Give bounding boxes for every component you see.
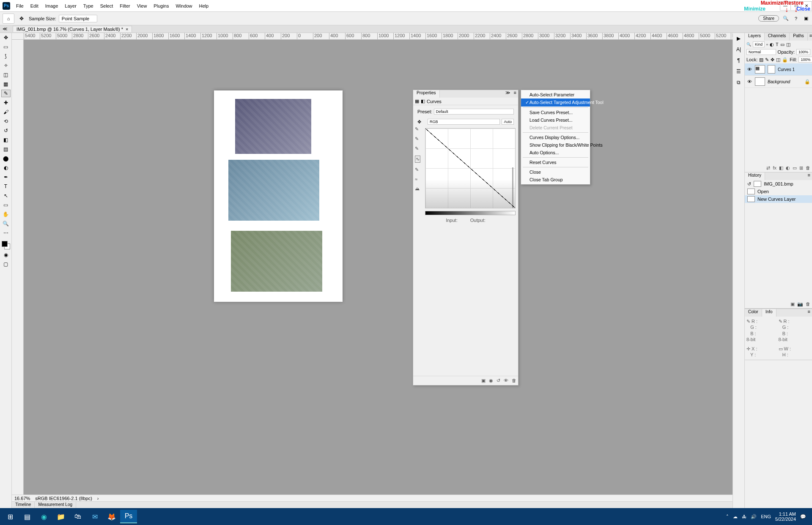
menu-file[interactable]: File	[13, 0, 27, 11]
menu-image[interactable]: Image	[42, 0, 62, 11]
screenmode-icon[interactable]: ▢	[1, 260, 11, 268]
blend-mode-select[interactable]: Normal	[746, 49, 776, 55]
measurement-log-tab[interactable]: Measurement Log	[35, 502, 76, 508]
more-tools-icon[interactable]: ⋯	[1, 229, 11, 237]
eraser-tool-icon[interactable]: ◧	[1, 136, 11, 144]
fx-icon[interactable]: fx	[773, 165, 776, 171]
shape-tool-icon[interactable]: ▭	[1, 201, 11, 209]
menu-plugins[interactable]: Plugins	[150, 0, 172, 11]
trash-icon[interactable]: 🗑	[806, 301, 810, 307]
curve-point-tool-icon[interactable]: ∿	[415, 156, 420, 163]
marquee-tool-icon[interactable]: ▭	[1, 43, 11, 51]
panel-menu-icon[interactable]: ≡	[806, 309, 812, 317]
curves-graph[interactable]	[425, 128, 516, 208]
wand-tool-icon[interactable]: ✧	[1, 62, 11, 69]
visibility-icon[interactable]: 👁	[746, 67, 752, 72]
hand-tool-icon[interactable]: ✋	[1, 211, 11, 218]
network-icon[interactable]: 🖧	[742, 514, 746, 519]
reset-icon[interactable]: ↺	[497, 378, 500, 383]
context-menu-item[interactable]: Show Clipping for Black/White Points	[521, 141, 590, 149]
on-image-tool-icon[interactable]: ✎	[415, 126, 420, 132]
type-tool-icon[interactable]: T	[1, 183, 11, 190]
lock-nest-icon[interactable]: ◫	[776, 57, 780, 63]
onedrive-icon[interactable]: ☁	[733, 514, 738, 520]
edge-icon[interactable]: ◉	[36, 510, 52, 523]
paragraph-panel-icon[interactable]: ¶	[734, 57, 743, 64]
menu-type[interactable]: Type	[80, 0, 97, 11]
layer-row[interactable]: 👁 Background 🔒	[745, 76, 812, 88]
context-menu-item[interactable]: Auto Options...	[521, 149, 590, 156]
task-view-icon[interactable]: ▤	[19, 510, 36, 523]
context-menu-item[interactable]: Load Curves Preset...	[521, 116, 590, 124]
context-menu-item[interactable]: ✓Auto-Select Targeted Adjustment Tool	[521, 98, 590, 107]
document-stage[interactable]: Properties ≫ ≡ ▦ ◧ Curves Preset:	[24, 40, 732, 495]
start-button[interactable]: ⊞	[2, 510, 19, 523]
filter-pixel-icon[interactable]: ▫	[766, 42, 768, 47]
history-tab[interactable]: History	[745, 172, 765, 180]
document-tab[interactable]: IMG_001.bmp @ 16.7% (Curves 1, Layer Mas…	[13, 26, 132, 32]
channels-tab[interactable]: Channels	[765, 33, 790, 41]
menu-window[interactable]: Window	[172, 0, 195, 11]
group-icon[interactable]: ▭	[793, 165, 797, 171]
layer-row[interactable]: 👁 ▦ Curves 1	[745, 63, 812, 76]
heal-tool-icon[interactable]: ✚	[1, 99, 11, 107]
panel-menu-icon[interactable]: ≡	[808, 33, 812, 41]
stamp-tool-icon[interactable]: ⟲	[1, 118, 11, 125]
explorer-icon[interactable]: 📁	[52, 510, 69, 523]
lock-trans-icon[interactable]: ▨	[759, 57, 763, 63]
menu-filter[interactable]: Filter	[116, 0, 133, 11]
search-icon[interactable]: 🔍	[782, 15, 789, 22]
timeline-tab[interactable]: Timeline	[12, 502, 35, 508]
help-icon[interactable]: ?	[793, 15, 799, 22]
adjust-panel-icon[interactable]: ☰	[734, 68, 743, 75]
zoom-tool-icon[interactable]: 🔍	[1, 220, 11, 227]
pen-tool-icon[interactable]: ✒	[1, 173, 11, 181]
layer-mask-thumb[interactable]	[768, 65, 775, 74]
layer-filter-select[interactable]: Kind	[753, 41, 765, 47]
fill-input[interactable]: 100%	[798, 57, 812, 63]
photoshop-taskbar-icon[interactable]: Ps	[120, 510, 137, 523]
volume-icon[interactable]: 🔊	[751, 514, 757, 520]
sample-size-select[interactable]: Point Sample	[59, 15, 97, 22]
clock[interactable]: 1:11 AM 5/22/2024	[775, 511, 796, 522]
color-swatch[interactable]	[2, 241, 10, 249]
lock-all-icon[interactable]: 🔒	[782, 57, 788, 63]
filter-smart-icon[interactable]: ◫	[786, 42, 790, 47]
layers-tab[interactable]: Layers	[745, 33, 765, 41]
gradient-strip[interactable]	[425, 211, 516, 215]
smooth-icon[interactable]: ≈	[415, 177, 420, 182]
dodge-tool-icon[interactable]: ◐	[1, 164, 11, 172]
clip-icon[interactable]: ▣	[481, 378, 486, 383]
new-layer-icon[interactable]: ⊞	[799, 165, 803, 171]
history-brush-tool-icon[interactable]: ↺	[1, 127, 11, 134]
move-tool-icon[interactable]: ✥	[1, 34, 11, 41]
filter-type-icon[interactable]: T	[776, 42, 779, 47]
pencil-tool-icon[interactable]: ✎	[415, 167, 420, 172]
notifications-icon[interactable]: 💬	[800, 514, 806, 520]
eyedropper-tool-icon[interactable]: ✎	[1, 90, 11, 97]
context-menu-item[interactable]: Save Curves Preset...	[521, 109, 590, 116]
frame-tool-icon[interactable]: ▦	[1, 80, 11, 88]
trash-icon[interactable]: 🗑	[512, 378, 516, 383]
tray-chevron-icon[interactable]: ˄	[726, 514, 729, 520]
context-menu-item[interactable]: Curves Display Options...	[521, 134, 590, 141]
context-menu-item[interactable]: Close Tab Group	[521, 176, 590, 183]
share-button[interactable]: Share	[758, 15, 779, 22]
tabstrip-chevron-icon[interactable]: ≪	[3, 26, 8, 32]
menu-layer[interactable]: Layer	[61, 0, 80, 11]
blur-tool-icon[interactable]: ⬤	[1, 155, 11, 162]
history-step[interactable]: Open	[757, 189, 769, 194]
trash-icon[interactable]: 🗑	[806, 165, 810, 171]
visibility-icon[interactable]: 👁	[504, 378, 508, 383]
lasso-tool-icon[interactable]: ⟆	[1, 52, 11, 60]
menu-select[interactable]: Select	[97, 0, 117, 11]
adj-icon[interactable]: ◐	[786, 165, 790, 171]
preset-select[interactable]: Default	[434, 109, 514, 115]
lock-pos-icon[interactable]: ✥	[771, 57, 774, 63]
info-tab[interactable]: Info	[762, 309, 776, 317]
lock-pixel-icon[interactable]: ✎	[765, 57, 769, 63]
context-menu-item[interactable]: Reset Curves	[521, 159, 590, 166]
chevron-right-icon[interactable]: ›	[97, 496, 99, 501]
properties-tab[interactable]: Properties	[413, 90, 440, 98]
filter-shape-icon[interactable]: ▭	[780, 42, 785, 47]
